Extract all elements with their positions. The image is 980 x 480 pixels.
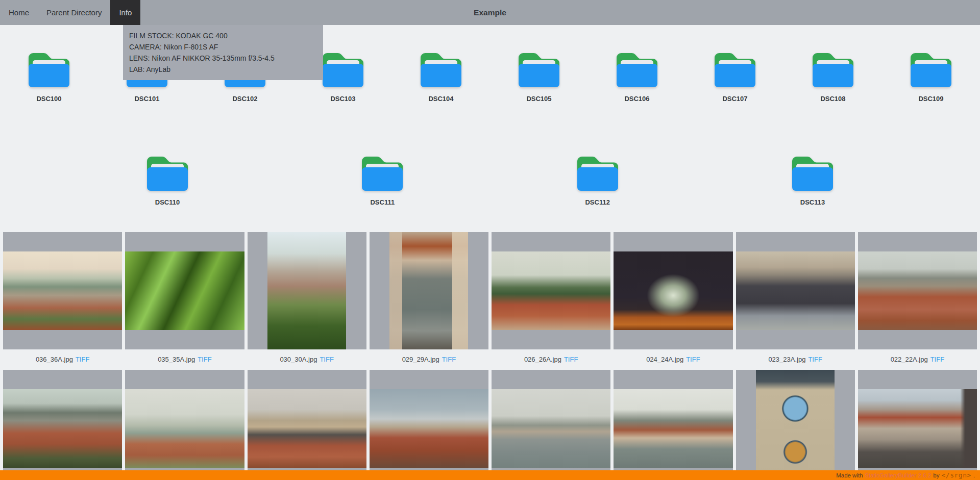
thumbnail-cell (248, 370, 366, 480)
tiff-link[interactable]: TIFF (808, 356, 822, 363)
photo-thumbnail[interactable] (736, 251, 855, 330)
folder-item-dsc110[interactable]: DSC110 (145, 152, 190, 206)
filename-text: 029_29A.jpg (402, 356, 439, 363)
folder-item-dsc104[interactable]: DSC104 (392, 48, 490, 103)
gallery-card: 023_23A.jpgTIFF (736, 232, 855, 369)
gallery-card (492, 370, 610, 480)
tiff-link[interactable]: TIFF (198, 356, 211, 363)
folder-label: DSC105 (526, 95, 551, 103)
folder-icon (713, 48, 757, 89)
gallery-card: 024_24A.jpgTIFF (614, 232, 732, 369)
tiff-link[interactable]: TIFF (930, 356, 944, 363)
folder-item-dsc108[interactable]: DSC108 (784, 48, 882, 103)
caption: 029_29A.jpgTIFF (370, 349, 488, 369)
filename-text: 036_36A.jpg (36, 356, 73, 363)
thumbnail-cell (858, 232, 977, 349)
filename-text: 024_24A.jpg (646, 356, 683, 363)
thumbnail-cell (125, 232, 244, 349)
thumbnail-cell (125, 370, 244, 480)
thumbnail-cell (492, 232, 610, 349)
tiff-link[interactable]: TIFF (564, 356, 578, 363)
caption: 036_36A.jpgTIFF (3, 349, 122, 369)
gallery-card (858, 370, 977, 480)
caption: 035_35A.jpgTIFF (125, 349, 244, 369)
gallery-card: 030_30A.jpgTIFF (248, 232, 366, 369)
folder-icon (909, 48, 953, 89)
folder-icon (811, 48, 855, 89)
caption: 024_24A.jpgTIFF (614, 349, 732, 369)
gallery-page: Home Parent Directory Info Example FILM … (0, 0, 980, 480)
tooltip-line-lab: LAB: AnyLab (129, 64, 317, 75)
page-title: Example (474, 8, 506, 17)
photo-thumbnail[interactable] (492, 389, 610, 468)
caption: 030_30A.jpgTIFF (248, 349, 366, 369)
photo-thumbnail[interactable] (3, 251, 122, 330)
nav-item-info[interactable]: Info (110, 0, 140, 25)
caption: 023_23A.jpgTIFF (736, 349, 855, 369)
nav-item-parent-directory[interactable]: Parent Directory (38, 0, 110, 25)
thumbnail-cell (3, 370, 122, 480)
tiff-link[interactable]: TIFF (76, 356, 89, 363)
top-navbar: Home Parent Directory Info Example (0, 0, 980, 25)
footer-bar: Made with StaticGalleryBuilder 2.6.2 by … (0, 470, 980, 480)
folder-item-dsc109[interactable]: DSC109 (882, 48, 980, 103)
tiff-link[interactable]: TIFF (442, 356, 456, 363)
folder-item-dsc113[interactable]: DSC113 (790, 152, 835, 206)
thumbnail-cell (614, 370, 732, 480)
thumbnail-cell (248, 232, 366, 349)
folder-label: DSC108 (820, 95, 845, 103)
photo-thumbnail[interactable] (858, 389, 977, 468)
thumbnail-cell (858, 370, 977, 480)
folder-item-dsc112[interactable]: DSC112 (575, 152, 620, 206)
folder-item-dsc111[interactable]: DSC111 (360, 152, 405, 206)
tooltip-line-lens: LENS: Nikon AF NIKKOR 35-135mm f/3.5-4.5 (129, 53, 317, 64)
caption: 026_26A.jpgTIFF (492, 349, 610, 369)
photo-thumbnail[interactable] (492, 251, 610, 330)
tooltip-line-camera: CAMERA: Nikon F-801S AF (129, 41, 317, 53)
tiff-link[interactable]: TIFF (320, 356, 333, 363)
gallery-card (125, 370, 244, 480)
thumbnail-cell (736, 232, 855, 349)
caption: 022_22A.jpgTIFF (858, 349, 977, 369)
folder-item-dsc107[interactable]: DSC107 (686, 48, 784, 103)
folder-icon (360, 152, 405, 193)
photo-thumbnail[interactable] (125, 389, 244, 468)
folder-label: DSC111 (370, 198, 395, 206)
builder-link[interactable]: StaticGalleryBuilder 2.6.2 (865, 472, 932, 478)
photo-thumbnail[interactable] (370, 389, 488, 468)
thumbnail-grid-row-1: 036_36A.jpgTIFF 035_35A.jpgTIFF 030_30A.… (0, 232, 980, 369)
photo-thumbnail[interactable] (125, 251, 244, 330)
tiff-link[interactable]: TIFF (686, 356, 700, 363)
folder-icon (145, 152, 190, 193)
srgn-logo[interactable]: </srgn> (942, 471, 971, 479)
filename-text: 022_22A.jpg (891, 356, 928, 363)
photo-thumbnail[interactable] (389, 232, 468, 349)
filename-text: 035_35A.jpg (158, 356, 195, 363)
folder-icon (615, 48, 659, 89)
filename-text: 030_30A.jpg (280, 356, 317, 363)
nav-item-home[interactable]: Home (0, 0, 38, 25)
folder-row-2: DSC110 DSC111 DSC112 DSC113 (0, 152, 980, 206)
tooltip-line-film-stock: FILM STOCK: KODAK GC 400 (129, 30, 317, 41)
folder-item-dsc105[interactable]: DSC105 (490, 48, 588, 103)
folder-item-dsc106[interactable]: DSC106 (588, 48, 686, 103)
gallery-card (3, 370, 122, 480)
photo-thumbnail[interactable] (614, 251, 732, 330)
folder-item-dsc100[interactable]: DSC100 (0, 48, 98, 103)
thumbnail-grid-row-2 (0, 370, 980, 480)
folder-label: DSC102 (232, 95, 257, 103)
photo-thumbnail[interactable] (248, 389, 366, 468)
folder-icon (419, 48, 463, 89)
photo-thumbnail[interactable] (267, 232, 346, 349)
gallery-card: 035_35A.jpgTIFF (125, 232, 244, 369)
gallery-card: 026_26A.jpgTIFF (492, 232, 610, 369)
photo-thumbnail[interactable] (614, 389, 732, 468)
thumbnail-cell (3, 232, 122, 349)
folder-icon (517, 48, 561, 89)
filename-text: 026_26A.jpg (524, 356, 561, 363)
photo-thumbnail[interactable] (3, 389, 122, 468)
gallery-card: 036_36A.jpgTIFF (3, 232, 122, 369)
photo-thumbnail[interactable] (858, 251, 977, 330)
filename-text: 023_23A.jpg (768, 356, 805, 363)
photo-thumbnail[interactable] (756, 370, 835, 480)
